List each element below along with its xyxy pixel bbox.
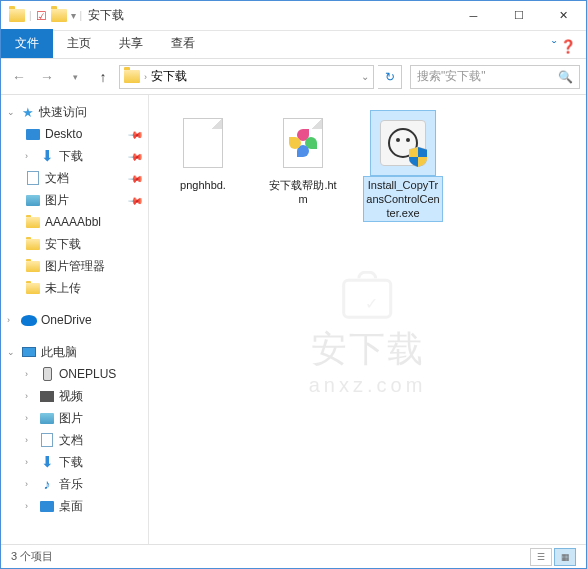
onedrive-header[interactable]: ›OneDrive	[1, 309, 148, 331]
file-name: 安下载帮助.htm	[264, 177, 342, 207]
sidebar-item-pictures[interactable]: ›图片	[1, 407, 148, 429]
tree-label: 图片	[59, 410, 83, 427]
tab-view[interactable]: 查看	[157, 29, 209, 58]
back-button[interactable]: ←	[7, 65, 31, 89]
pin-icon: 📌	[128, 148, 144, 164]
folder-icon[interactable]	[51, 9, 67, 22]
forward-button[interactable]: →	[35, 65, 59, 89]
search-input[interactable]: 搜索"安下载" 🔍	[410, 65, 580, 89]
chevron-right-icon[interactable]: ›	[25, 457, 35, 467]
tree-label: 图片	[45, 192, 69, 209]
desktop-icon	[40, 501, 54, 512]
explorer-window: | ☑ ▾ | 安下载 ─ ☐ ✕ 文件 主页 共享 查看 ˇ ❓ ← → ▾ …	[0, 0, 587, 569]
sidebar-item-downloads[interactable]: ›⬇下载	[1, 451, 148, 473]
video-icon	[40, 391, 54, 402]
chevron-right-icon[interactable]: ›	[25, 391, 35, 401]
tree-label: 图片管理器	[45, 258, 105, 275]
maximize-button[interactable]: ☐	[496, 1, 541, 31]
watermark: ✓ 安下载 anxz.com	[309, 278, 427, 396]
tree-label: 文档	[59, 432, 83, 449]
search-icon[interactable]: 🔍	[558, 70, 573, 84]
file-icon	[183, 118, 223, 168]
chevron-right-icon[interactable]: ›	[25, 369, 35, 379]
pc-icon	[22, 347, 36, 357]
tree-label: 未上传	[45, 280, 81, 297]
pin-icon: 📌	[128, 170, 144, 186]
sidebar-item-videos[interactable]: ›视频	[1, 385, 148, 407]
quick-access-header[interactable]: ⌄ ★ 快速访问	[1, 101, 148, 123]
separator-icon: |	[80, 10, 83, 21]
download-icon: ⬇	[39, 148, 55, 164]
tab-share[interactable]: 共享	[105, 29, 157, 58]
sidebar-item-documents[interactable]: 文档📌	[1, 167, 148, 189]
chevron-down-icon[interactable]: ⌄	[361, 71, 369, 82]
file-name: pnghhbd.	[178, 177, 228, 193]
nav-tree[interactable]: ⌄ ★ 快速访问 Deskto📌 ›⬇下载📌 文档📌 图片📌 AAAAAbbl …	[1, 95, 149, 544]
file-name: Install_CopyTransControlCenter.exe	[364, 177, 442, 221]
window-controls: ─ ☐ ✕	[451, 1, 586, 31]
file-pane[interactable]: pnghhbd. 安下载帮助.htm Inst	[149, 95, 586, 544]
tree-label: 文档	[45, 170, 69, 187]
search-placeholder: 搜索"安下载"	[417, 68, 486, 85]
sidebar-item-folder[interactable]: AAAAAbbl	[1, 211, 148, 233]
chevron-right-icon[interactable]: ›	[25, 435, 35, 445]
sidebar-item-folder[interactable]: 图片管理器	[1, 255, 148, 277]
exe-icon	[380, 120, 426, 166]
tree-label: Deskto	[45, 127, 82, 141]
window-title: 安下载	[88, 7, 124, 24]
star-icon: ★	[21, 105, 35, 119]
folder-icon	[9, 9, 25, 22]
tree-label: 下载	[59, 148, 83, 165]
breadcrumb-item[interactable]: 安下载	[151, 68, 187, 85]
titlebar[interactable]: | ☑ ▾ | 安下载 ─ ☐ ✕	[1, 1, 586, 31]
sidebar-item-pictures[interactable]: 图片📌	[1, 189, 148, 211]
separator-icon: |	[29, 10, 32, 21]
pin-icon: 📌	[128, 192, 144, 208]
nav-bar: ← → ▾ ↑ › 安下载 ⌄ ↻ 搜索"安下载" 🔍	[1, 59, 586, 95]
icons-view-button[interactable]: ▦	[554, 548, 576, 566]
sidebar-item-desktop[interactable]: ›桌面	[1, 495, 148, 517]
tree-label: AAAAAbbl	[45, 215, 101, 229]
sidebar-item-desktop[interactable]: Deskto📌	[1, 123, 148, 145]
check-icon[interactable]: ☑	[36, 9, 47, 23]
sidebar-item-documents[interactable]: ›文档	[1, 429, 148, 451]
chevron-down-icon[interactable]: ⌄	[7, 107, 17, 117]
breadcrumb[interactable]: › 安下载 ⌄	[119, 65, 374, 89]
folder-icon	[26, 261, 40, 272]
sidebar-item-folder[interactable]: 未上传	[1, 277, 148, 299]
phone-icon	[43, 367, 52, 381]
details-view-button[interactable]: ☰	[530, 548, 552, 566]
close-button[interactable]: ✕	[541, 1, 586, 31]
sidebar-item-phone[interactable]: ›ONEPLUS	[1, 363, 148, 385]
refresh-button[interactable]: ↻	[378, 65, 402, 89]
recent-dropdown[interactable]: ▾	[63, 65, 87, 89]
chevron-right-icon[interactable]: ›	[25, 479, 35, 489]
folder-icon	[26, 239, 40, 250]
minimize-button[interactable]: ─	[451, 1, 496, 31]
chevron-right-icon[interactable]: ›	[25, 413, 35, 423]
file-item[interactable]: pnghhbd.	[163, 111, 243, 193]
thispc-header[interactable]: ⌄此电脑	[1, 341, 148, 363]
item-count: 3 个项目	[11, 549, 53, 564]
chevron-right-icon[interactable]: ›	[144, 72, 147, 82]
help-icon[interactable]: ˇ ❓	[542, 35, 586, 58]
sidebar-item-downloads[interactable]: ›⬇下载📌	[1, 145, 148, 167]
chevron-right-icon[interactable]: ›	[25, 501, 35, 511]
pin-icon: 📌	[128, 126, 144, 142]
chevron-right-icon[interactable]: ›	[25, 151, 35, 161]
sidebar-item-music[interactable]: ›♪音乐	[1, 473, 148, 495]
file-item[interactable]: 安下载帮助.htm	[263, 111, 343, 207]
sidebar-item-folder[interactable]: 安下载	[1, 233, 148, 255]
chevron-right-icon[interactable]: ›	[7, 315, 17, 325]
file-item-selected[interactable]: Install_CopyTransControlCenter.exe	[363, 111, 443, 221]
ribbon-tabs: 文件 主页 共享 查看 ˇ ❓	[1, 31, 586, 59]
qat-dropdown-icon[interactable]: ▾	[71, 10, 76, 21]
tree-label: ONEPLUS	[59, 367, 116, 381]
chevron-down-icon[interactable]: ⌄	[7, 347, 17, 357]
up-button[interactable]: ↑	[91, 65, 115, 89]
tab-file[interactable]: 文件	[1, 29, 53, 58]
tree-label: 桌面	[59, 498, 83, 515]
tree-label: 此电脑	[41, 344, 77, 361]
tab-home[interactable]: 主页	[53, 29, 105, 58]
tree-label: 安下载	[45, 236, 81, 253]
